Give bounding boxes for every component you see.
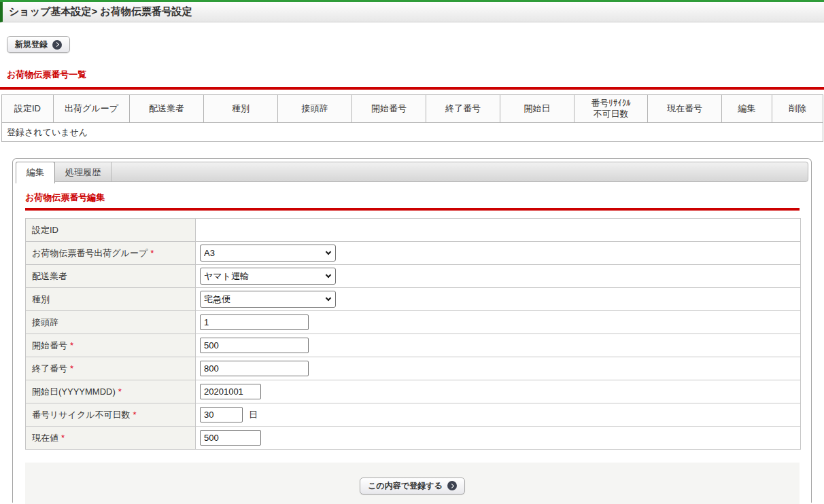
form-row-recycle-days: 番号リサイクル不可日数* 日: [26, 403, 801, 427]
start-date-input[interactable]: [200, 384, 261, 399]
carrier-label: 配送業者: [26, 265, 196, 288]
form-row-prefix: 接頭辞: [26, 311, 801, 334]
list-header-row: 設定ID 出荷グループ 配送業者 種別 接頭辞 開始番号 終了番号 開始日 番号…: [2, 95, 823, 123]
prefix-label: 接頭辞: [26, 311, 196, 334]
type-label: 種別: [26, 288, 196, 311]
required-mark: *: [61, 433, 65, 443]
col-type: 種別: [204, 95, 278, 123]
edit-panel: 編集 処理履歴 お荷物伝票番号編集 設定ID お荷物伝票番号出荷グループ* A3: [12, 158, 812, 503]
prefix-input[interactable]: [200, 314, 309, 330]
form-row-start-number: 開始番号*: [26, 334, 801, 357]
col-start-date: 開始日: [500, 95, 574, 123]
shipping-group-label: お荷物伝票番号出荷グループ*: [26, 242, 196, 265]
col-delete: 削除: [772, 95, 823, 123]
col-current-number: 現在番号: [648, 95, 722, 123]
list-section-heading: お荷物伝票番号一覧: [7, 69, 824, 81]
current-value-label: 現在値*: [26, 427, 196, 450]
submit-button-label: この内容で登録する: [368, 480, 442, 492]
form-footer: この内容で登録する: [25, 463, 800, 504]
edit-form-table: 設定ID お荷物伝票番号出荷グループ* A3 配送業者 ヤ: [25, 218, 801, 450]
setting-id-value: [196, 219, 801, 242]
submit-button[interactable]: この内容で登録する: [360, 478, 464, 494]
recycle-days-label: 番号リサイクル不可日数*: [26, 403, 196, 427]
end-number-label: 終了番号*: [26, 357, 196, 380]
days-unit-label: 日: [249, 410, 258, 420]
new-registration-button[interactable]: 新規登録: [7, 36, 70, 53]
edit-section-divider: [25, 208, 800, 211]
required-mark: *: [133, 410, 137, 420]
required-mark: *: [150, 248, 154, 258]
col-recycle-days: 番号ﾘｻｲｸﾙ 不可日数: [574, 95, 648, 123]
new-registration-label: 新規登録: [15, 39, 48, 50]
list-section-divider: [0, 87, 824, 90]
col-carrier: 配送業者: [130, 95, 204, 123]
form-row-shipping-group: お荷物伝票番号出荷グループ* A3: [26, 242, 801, 265]
start-number-label: 開始番号*: [26, 334, 196, 357]
form-row-start-date: 開始日(YYYYMMDD)*: [26, 380, 801, 403]
tab-bar: 編集 処理履歴: [16, 162, 808, 182]
carrier-select[interactable]: ヤマト運輸: [200, 268, 336, 285]
list-empty-row: 登録されていません: [2, 123, 823, 142]
col-edit: 編集: [722, 95, 772, 123]
type-select[interactable]: 宅急便: [200, 291, 336, 308]
start-date-label: 開始日(YYYYMMDD)*: [26, 380, 196, 403]
current-value-input[interactable]: [200, 430, 261, 446]
shipping-group-select[interactable]: A3: [200, 245, 336, 262]
arrow-circle-icon: [52, 40, 62, 50]
edit-section-heading: お荷物伝票番号編集: [25, 192, 799, 204]
tab-edit[interactable]: 編集: [16, 162, 55, 183]
arrow-circle-icon: [447, 481, 457, 490]
tab-history[interactable]: 処理履歴: [55, 162, 111, 181]
empty-message: 登録されていません: [2, 123, 823, 142]
required-mark: *: [70, 363, 73, 374]
form-row-current-value: 現在値*: [26, 427, 801, 450]
col-end-number: 終了番号: [426, 95, 500, 123]
start-number-input[interactable]: [200, 338, 309, 353]
setting-id-label: 設定ID: [26, 219, 196, 242]
required-mark: *: [118, 386, 122, 397]
required-mark: *: [70, 340, 73, 350]
form-row-carrier: 配送業者 ヤマト運輸: [26, 265, 801, 288]
col-prefix: 接頭辞: [278, 95, 352, 123]
recycle-days-input[interactable]: [200, 407, 243, 422]
page-title: ショップ基本設定> お荷物伝票番号設定: [0, 2, 824, 22]
col-shipping-group: 出荷グループ: [54, 95, 130, 123]
form-row-setting-id: 設定ID: [26, 219, 801, 242]
end-number-input[interactable]: [200, 361, 309, 376]
col-start-number: 開始番号: [352, 95, 426, 123]
col-setting-id: 設定ID: [2, 95, 54, 123]
form-row-type: 種別 宅急便: [26, 288, 801, 311]
slip-number-list-table: 設定ID 出荷グループ 配送業者 種別 接頭辞 開始番号 終了番号 開始日 番号…: [1, 94, 823, 142]
form-row-end-number: 終了番号*: [26, 357, 801, 380]
